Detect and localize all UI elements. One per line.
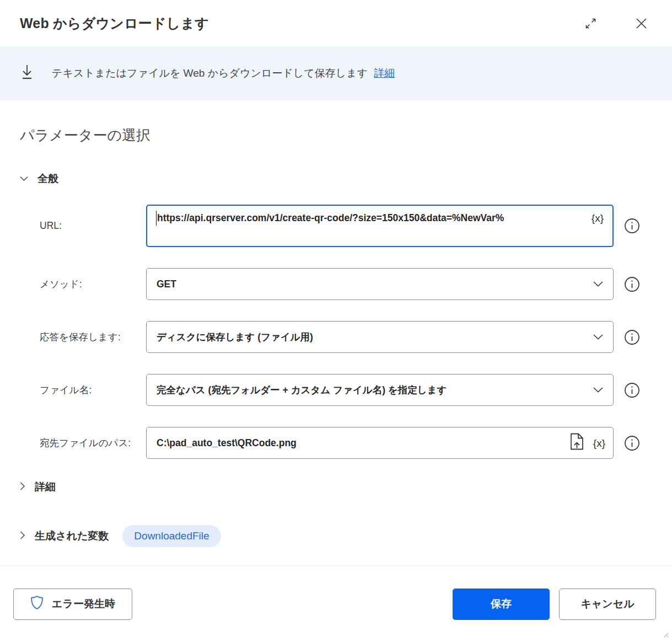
chevron-right-icon xyxy=(20,482,25,493)
on-error-button[interactable]: エラー発生時 xyxy=(13,588,132,620)
action-description: テキストまたはファイルを Web からダウンロードして保存します 詳細 xyxy=(52,66,395,81)
field-row-destination-path: 宛先ファイルのパス: C:\pad_auto_test\QRCode.png {… xyxy=(20,427,652,459)
section-variables-toggle[interactable]: 生成された変数 DownloadedFile xyxy=(20,525,652,547)
section-general-label: 全般 xyxy=(37,172,58,186)
chevron-right-icon xyxy=(20,531,25,542)
info-icon[interactable] xyxy=(624,382,640,398)
method-value: GET xyxy=(157,279,176,290)
parameters-heading: パラメーターの選択 xyxy=(20,126,652,145)
info-icon[interactable] xyxy=(624,435,640,451)
field-row-url: URL: https://api.qrserver.com/v1/create-… xyxy=(20,205,652,247)
file-name-label: ファイル名: xyxy=(20,383,146,397)
dialog-title: Web からダウンロードします xyxy=(20,14,209,33)
url-label: URL: xyxy=(20,220,146,232)
url-input[interactable]: https://api.qrserver.com/v1/create-qr-co… xyxy=(146,205,614,247)
save-response-select[interactable]: ディスクに保存します (ファイル用) xyxy=(146,321,614,353)
chevron-down-icon xyxy=(593,281,603,287)
close-icon[interactable] xyxy=(633,15,650,32)
section-advanced-toggle[interactable]: 詳細 xyxy=(20,480,652,494)
resize-grip[interactable] xyxy=(662,630,669,640)
details-link[interactable]: 詳細 xyxy=(374,67,395,79)
file-picker-icon[interactable] xyxy=(569,433,584,453)
file-name-select[interactable]: 完全なパス (宛先フォルダー + カスタム ファイル名) を指定します xyxy=(146,374,614,406)
file-name-value: 完全なパス (宛先フォルダー + カスタム ファイル名) を指定します xyxy=(157,383,447,397)
action-description-banner: テキストまたはファイルを Web からダウンロードして保存します 詳細 xyxy=(0,46,672,100)
generated-variable-pill[interactable]: DownloadedFile xyxy=(122,525,221,547)
field-row-method: メソッド: GET xyxy=(20,268,652,300)
destination-path-input[interactable]: C:\pad_auto_test\QRCode.png {x} xyxy=(146,427,614,459)
save-response-label: 応答を保存します: xyxy=(20,330,146,344)
chevron-down-icon xyxy=(20,176,28,181)
dialog-header: Web からダウンロードします xyxy=(0,0,672,46)
chevron-down-icon xyxy=(593,334,603,340)
expand-dialog-icon[interactable] xyxy=(583,15,599,31)
info-icon[interactable] xyxy=(624,329,640,345)
on-error-label: エラー発生時 xyxy=(52,597,115,611)
chevron-down-icon xyxy=(593,387,603,393)
field-row-file-name: ファイル名: 完全なパス (宛先フォルダー + カスタム ファイル名) を指定し… xyxy=(20,374,652,406)
info-icon[interactable] xyxy=(624,218,640,234)
cancel-button[interactable]: キャンセル xyxy=(559,588,656,620)
info-icon[interactable] xyxy=(624,276,640,292)
field-row-save-response: 応答を保存します: ディスクに保存します (ファイル用) xyxy=(20,321,652,353)
variable-picker-icon[interactable]: {x} xyxy=(593,437,605,449)
url-value: https://api.qrserver.com/v1/create-qr-co… xyxy=(156,211,504,226)
destination-path-label: 宛先ファイルのパス: xyxy=(20,436,146,450)
shield-icon xyxy=(30,595,44,613)
save-response-value: ディスクに保存します (ファイル用) xyxy=(157,330,313,344)
method-label: メソッド: xyxy=(20,277,146,291)
section-variables-label: 生成された変数 xyxy=(35,529,109,543)
dialog-footer: エラー発生時 保存 キャンセル xyxy=(0,565,672,642)
download-icon xyxy=(20,64,34,83)
variable-picker-icon[interactable]: {x} xyxy=(592,212,604,224)
section-general-toggle[interactable]: 全般 xyxy=(20,172,652,186)
method-select[interactable]: GET xyxy=(146,268,614,300)
section-advanced-label: 詳細 xyxy=(35,480,56,494)
save-button[interactable]: 保存 xyxy=(453,588,550,620)
destination-path-value: C:\pad_auto_test\QRCode.png xyxy=(157,437,297,449)
